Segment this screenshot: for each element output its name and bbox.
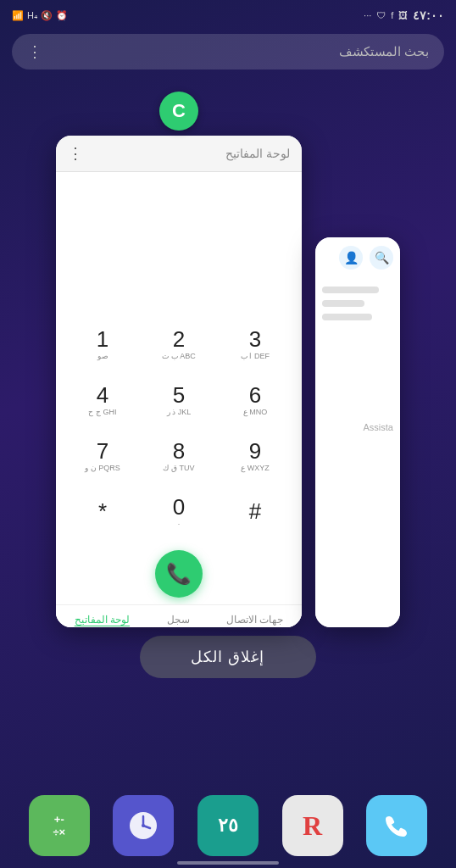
key-7[interactable]: 7 PQRS ن و [64,428,141,484]
key-6[interactable]: 6 MNO ع [217,372,293,428]
calendar-date-label: ٢٥ [218,815,238,837]
calc-bottom-label: ÷× [53,826,65,837]
signal-icon: 📶 [12,10,24,21]
side-card-icons: 👤 🔍 [322,246,393,270]
tab-contacts[interactable]: جهات الاتصال [226,614,283,626]
dock-phone[interactable] [366,795,427,856]
shield-icon: 🛡 [376,10,386,20]
search-bar-menu-icon[interactable]: ⋮ [27,42,44,61]
dots-icon: ··· [364,10,371,20]
sound-off-icon: 🔇 [41,10,53,21]
r-app-label: R [303,810,322,842]
key-3[interactable]: 3 DEF ا ب [217,316,293,372]
tab-log[interactable]: سجل [167,614,190,626]
home-indicator [177,861,279,865]
side-search-icon: 🔍 [370,246,393,270]
svg-point-3 [142,824,145,827]
dock-clock[interactable] [113,795,174,856]
phone-app-card[interactable]: ⋮ لوحة المفاتيح 1 صو 2 ABC ب ت [56,136,302,627]
search-bar-placeholder: بحث المستكشف [339,44,429,59]
side-line-2 [322,300,364,307]
status-bar: 📶 H₄ 🔇 ⏰ ··· 🛡 f 🖼 ٤٧:٠٠ [0,0,456,31]
app-switcher: C ⋮ لوحة المفاتيح 1 صو 2 ABC [0,76,456,636]
card-search-label: لوحة المفاتيح [225,147,290,160]
side-content-lines [322,287,393,320]
close-all-wrapper: إغلاق الكل [0,636,456,678]
bottom-dock: +- ÷× ٢٥ R [0,787,456,868]
phone-app-card-wrapper[interactable]: C ⋮ لوحة المفاتيح 1 صو 2 ABC [56,110,302,627]
clock-icon [127,810,159,842]
key-hash[interactable]: # [217,484,293,540]
key-0[interactable]: 0 · [141,484,217,540]
phone-dock-icon [381,810,413,842]
card-header: ⋮ لوحة المفاتيح [56,136,302,172]
alarm-icon: ⏰ [56,10,68,21]
dock-r-app[interactable]: R [282,795,343,856]
dock-calculator[interactable]: +- ÷× [29,795,90,856]
facebook-icon: f [391,10,393,20]
side-line-3 [322,314,372,320]
side-app-card-wrapper[interactable]: 👤 🔍 Assista [315,161,400,627]
phone-call-icon: 📞 [166,562,192,586]
call-button-wrapper: 📞 [155,540,203,604]
call-button[interactable]: 📞 [155,550,203,598]
contact-icon: 👤 [339,246,363,270]
status-right-icons: ··· 🛡 f 🖼 ٤٧:٠٠ [364,8,444,22]
dialer-tabs: لوحة المفاتيح سجل جهات الاتصال [56,604,302,627]
wifi-icon: H₄ [27,10,37,21]
key-1[interactable]: 1 صو [64,316,141,372]
status-left-icons: 📶 H₄ 🔇 ⏰ [12,10,68,21]
side-line-1 [322,287,379,293]
dialer-body: 1 صو 2 ABC ب ت 3 DEF ا ب 4 GHI ج ح [56,172,302,627]
key-star[interactable]: * [64,484,141,540]
side-assist-label: Assista [322,422,393,432]
key-8[interactable]: 8 TUV ق ك [141,428,217,484]
dialer-display [56,181,302,316]
explorer-search-bar[interactable]: ⋮ بحث المستكشف [12,34,444,70]
calc-top-label: +- [54,814,64,825]
phone-app-icon: C [159,92,198,131]
side-app-card[interactable]: 👤 🔍 Assista [315,237,400,627]
close-all-button[interactable]: إغلاق الكل [140,636,315,678]
key-2[interactable]: 2 ABC ب ت [141,316,217,372]
keypad: 1 صو 2 ABC ب ت 3 DEF ا ب 4 GHI ج ح [56,316,302,540]
dock-calendar[interactable]: ٢٥ [197,795,259,856]
card-menu-icon[interactable]: ⋮ [68,144,83,163]
gallery-icon: 🖼 [398,10,408,20]
key-5[interactable]: 5 JKL ذ ر [141,372,217,428]
key-9[interactable]: 9 WXYZ ع [217,428,293,484]
time-display: ٤٧:٠٠ [413,8,444,22]
tab-keypad[interactable]: لوحة المفاتيح [75,614,130,626]
side-card-content: 👤 🔍 Assista [315,237,400,627]
key-4[interactable]: 4 GHI ج ح [64,372,141,428]
